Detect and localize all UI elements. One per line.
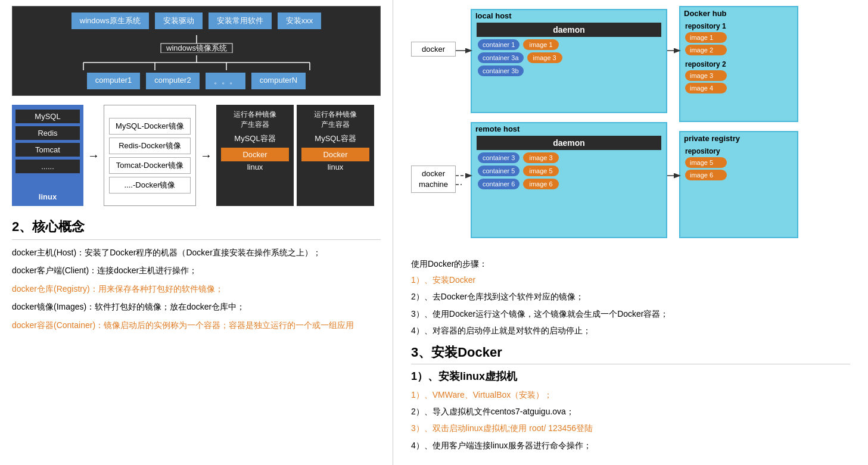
- repo1-label: repository 1: [685, 22, 792, 30]
- linux-box: MySQL Redis Tomcat ...... linux: [12, 105, 83, 206]
- container-3b: container 3b: [478, 65, 524, 76]
- concept-1: docker主机(Host)：安装了Docker程序的机器（Docker直接安装…: [12, 246, 381, 259]
- computer-1: computer1: [87, 73, 140, 89]
- remote-row3: container 6 image 6: [478, 179, 660, 189]
- remote-row1: container 3 image 3: [478, 152, 660, 163]
- container-3: container 3: [478, 152, 519, 163]
- run-box-1: 运行各种镜像产生容器 MySQL容器 Docker linux: [216, 105, 294, 206]
- private-registry-box: private registry repository image 5 imag…: [679, 131, 798, 238]
- container-5: container 5: [478, 166, 519, 176]
- remotehost-label: remote host: [472, 123, 666, 135]
- repo1-section: repository 1 image 1 image 2: [680, 20, 797, 58]
- image-6-remote: image 6: [523, 179, 558, 189]
- steps-title: 使用Docker的步骤：: [411, 259, 850, 270]
- run-box-2: 运行各种镜像产生容器 MySQL容器 Docker linux: [297, 105, 374, 206]
- computer-dots: 。。。: [206, 73, 245, 89]
- linux-label: linux: [39, 192, 57, 201]
- hub-image4: image 4: [685, 83, 727, 93]
- repo-section: repository image 5 image 6: [680, 145, 797, 183]
- local-row1: container 1 image 1: [478, 39, 660, 50]
- private-image5: image 5: [685, 157, 727, 168]
- win-diagram: windows原生系统 安装驱动 安装常用软件 安装xxx windows镜像系…: [12, 6, 381, 96]
- section3-heading: 3、安装Docker: [411, 344, 850, 364]
- docker-label: docker: [411, 42, 456, 57]
- computer-2: computer2: [146, 73, 199, 89]
- private-image6: image 6: [685, 170, 727, 180]
- linux-dots: ......: [15, 160, 80, 173]
- private-registry-label: private registry: [680, 132, 797, 145]
- win-item-2: 安装驱动: [155, 13, 203, 29]
- linux-mysql: MySQL: [15, 110, 80, 123]
- localhost-box: local host daemon container 1 image 1 co…: [471, 9, 667, 113]
- tree-connector-svg: windows镜像系统: [77, 35, 316, 53]
- win-bottom-row: computer1 computer2 。。。 computerN: [18, 73, 374, 89]
- dockerhub-label: Docker hub: [680, 7, 797, 20]
- install-item-2: 2）、导入虚拟机文件centos7-atguigu.ova；: [411, 405, 850, 418]
- arrow-2: →: [199, 105, 213, 206]
- image-1-local: image 1: [523, 39, 558, 50]
- remote-row2: container 5 image 5: [478, 166, 660, 176]
- docker-diagram: MySQL Redis Tomcat ...... linux → MySQL-…: [12, 105, 381, 206]
- image-3-remote: image 3: [523, 152, 558, 163]
- mirror-redis: Redis-Docker镜像: [109, 138, 191, 154]
- step-4: 4）、对容器的启动停止就是对软件的启动停止；: [411, 324, 850, 337]
- win-item-1: windows原生系统: [71, 13, 149, 29]
- win-item-3: 安装常用软件: [209, 13, 272, 29]
- repo-label: repository: [685, 147, 792, 155]
- arch-diagram-wrapper: docker dockermachine local host daemon c…: [411, 6, 828, 253]
- run-docker-1: Docker: [221, 148, 289, 161]
- step-1: 1）、安装Docker: [411, 273, 850, 286]
- arrow-1: →: [86, 105, 101, 206]
- daemon-local: daemon: [477, 23, 661, 37]
- step-3: 3）、使用Docker运行这个镜像，这个镜像就会生成一个Docker容器；: [411, 307, 850, 320]
- hub-image1: image 1: [685, 32, 727, 43]
- right-panel: docker dockermachine local host daemon c…: [393, 0, 868, 465]
- repo2-section: repository 2 image 3 image 4: [680, 58, 797, 96]
- image-3-local: image 3: [527, 52, 562, 63]
- image-5-remote: image 5: [523, 166, 558, 176]
- container-1: container 1: [478, 39, 519, 50]
- mirror-dots: ....-Docker镜像: [109, 177, 191, 194]
- step-2: 2）、去Docker仓库找到这个软件对应的镜像；: [411, 290, 850, 303]
- container-6: container 6: [478, 179, 519, 189]
- tree-lines-svg: [48, 55, 346, 70]
- container-3a: container 3a: [478, 52, 524, 63]
- run-container-2: MySQL容器: [315, 133, 356, 144]
- mirror-box: MySQL-Docker镜像 Redis-Docker镜像 Tomcat-Doc…: [104, 105, 196, 206]
- run-title-1: 运行各种镜像产生容器: [234, 110, 276, 130]
- run-linux-2: linux: [328, 163, 344, 171]
- win-top-row: windows原生系统 安装驱动 安装常用软件 安装xxx: [18, 13, 374, 29]
- left-panel: windows原生系统 安装驱动 安装常用软件 安装xxx windows镜像系…: [0, 0, 393, 465]
- install-sub-heading: 1）、安装linux虚拟机: [411, 369, 850, 383]
- local-row2: container 3a image 3: [478, 52, 660, 63]
- page-container: windows原生系统 安装驱动 安装常用软件 安装xxx windows镜像系…: [0, 0, 868, 465]
- linux-tomcat: Tomcat: [15, 143, 80, 157]
- mirror-tomcat: Tomcat-Docker镜像: [109, 157, 191, 174]
- daemon-remote: daemon: [477, 136, 661, 150]
- localhost-label: local host: [472, 10, 666, 21]
- docker-machine-label: dockermachine: [411, 166, 456, 193]
- win-item-4: 安装xxx: [278, 13, 322, 29]
- run-linux-1: linux: [247, 163, 263, 171]
- computer-n: computerN: [251, 73, 306, 89]
- hub-image3: image 3: [685, 70, 727, 81]
- run-docker-2: Docker: [301, 148, 369, 161]
- hub-image2: image 2: [685, 45, 727, 55]
- local-row3: container 3b: [478, 65, 660, 76]
- concept-2: docker客户端(Client)：连接docker主机进行操作；: [12, 264, 381, 277]
- install-item-3: 3）、双击启动linux虚拟机;使用 root/ 123456登陆: [411, 422, 850, 435]
- dockerhub-box: Docker hub repository 1 image 1 image 2 …: [679, 6, 798, 122]
- section2-heading: 2、核心概念: [12, 218, 381, 240]
- concept-4: docker镜像(Images)：软件打包好的镜像；放在docker仓库中；: [12, 300, 381, 313]
- mirror-mysql: MySQL-Docker镜像: [109, 118, 191, 135]
- svg-text:windows镜像系统: windows镜像系统: [166, 43, 227, 52]
- steps-section: 使用Docker的步骤： 1）、安装Docker 2）、去Docker仓库找到这…: [411, 259, 850, 338]
- concept-5: docker容器(Container)：镜像启动后的实例称为一个容器；容器是独立…: [12, 319, 381, 332]
- repo2-label: repository 2: [685, 60, 792, 68]
- linux-inner-items: MySQL Redis Tomcat ......: [15, 110, 80, 173]
- install-item-1: 1）、VMWare、VirtualBox（安装）；: [411, 388, 850, 401]
- concept-3: docker仓库(Registry)：用来保存各种打包好的软件镜像；: [12, 282, 381, 295]
- linux-redis: Redis: [15, 126, 80, 140]
- remotehost-box: remote host daemon container 3 image 3 c…: [471, 122, 667, 238]
- run-container-1: MySQL容器: [234, 133, 275, 144]
